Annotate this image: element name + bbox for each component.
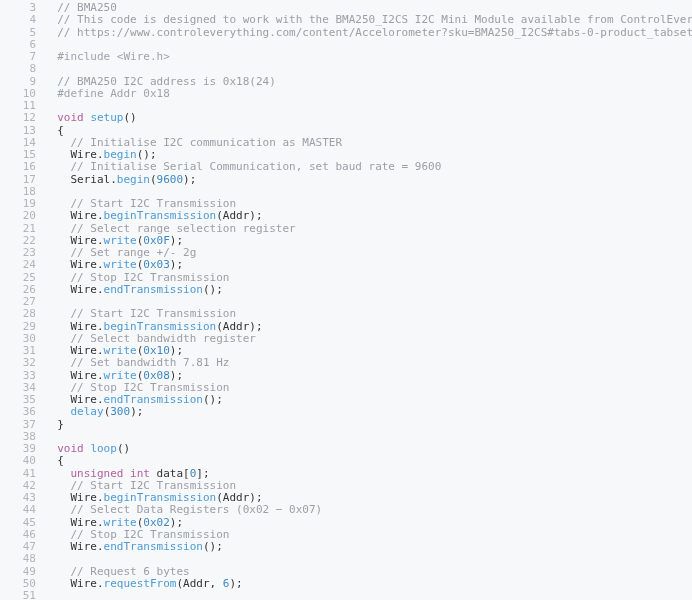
- token-pn: ();: [203, 393, 223, 406]
- token-num: 0x0F: [143, 234, 170, 247]
- token-pn: Wire.: [44, 540, 104, 553]
- line-number: 4: [0, 14, 36, 26]
- token-fn: beginTransmission: [104, 320, 217, 333]
- line-number: 16: [0, 161, 36, 173]
- token-cm: // Stop I2C Transmission: [44, 271, 229, 284]
- token-pn: [44, 442, 57, 455]
- token-fn: endTransmission: [104, 393, 203, 406]
- line-number: 29: [0, 321, 36, 333]
- token-pn: );: [170, 258, 183, 271]
- line-number: 41: [0, 468, 36, 480]
- token-fn: delay: [71, 405, 104, 418]
- token-fn: endTransmission: [104, 540, 203, 553]
- token-pn: ();: [203, 283, 223, 296]
- token-cm: // This code is designed to work with th…: [44, 13, 692, 26]
- token-cm: // Select bandwidth register: [44, 332, 256, 345]
- token-cm: // Initialise I2C communication as MASTE…: [44, 136, 342, 149]
- line-number-gutter: 3456789101112131415161718192021222324252…: [0, 2, 44, 600]
- token-cm: // BMA250: [44, 1, 117, 14]
- line-number: 48: [0, 553, 36, 565]
- line-number: 24: [0, 259, 36, 271]
- token-fn: write: [104, 369, 137, 382]
- token-pn: (Addr);: [216, 209, 262, 222]
- token-pn: );: [183, 173, 196, 186]
- token-fn: endTransmission: [104, 283, 203, 296]
- line-number: 51: [0, 590, 36, 600]
- token-cm: // https://www.controleverything.com/con…: [44, 26, 692, 39]
- token-cm: // Set range +/- 2g: [44, 246, 196, 259]
- token-cm: // BMA250 I2C address is 0x18(24): [44, 75, 276, 88]
- line-number: 44: [0, 504, 36, 516]
- token-pn: Wire.: [44, 344, 104, 357]
- token-pn: Wire.: [44, 516, 104, 529]
- code-line: void setup(): [44, 112, 692, 124]
- code-line: #include <Wire.h>: [44, 51, 692, 63]
- token-pn: Wire.: [44, 393, 104, 406]
- token-pn: data[: [150, 467, 190, 480]
- token-pn: [44, 467, 71, 480]
- line-number: 28: [0, 308, 36, 320]
- code-content[interactable]: // BMA250 // This code is designed to wo…: [44, 2, 692, 600]
- token-cm: // Start I2C Transmission: [44, 479, 236, 492]
- token-cm: // Stop I2C Transmission: [44, 381, 229, 394]
- token-kw: void: [57, 442, 84, 455]
- code-line: delay(300);: [44, 406, 692, 418]
- token-fn: setup: [90, 111, 123, 124]
- token-fn: beginTransmission: [104, 209, 217, 222]
- token-fn: write: [104, 258, 137, 271]
- token-pn: {: [44, 454, 64, 467]
- token-fn: begin: [104, 148, 137, 161]
- code-line: void loop(): [44, 443, 692, 455]
- token-pn: Wire.: [44, 283, 104, 296]
- token-pn: );: [130, 405, 143, 418]
- token-fn: write: [104, 516, 137, 529]
- token-pn: [44, 111, 57, 124]
- token-num: 0x10: [143, 344, 170, 357]
- token-pn: Wire.: [44, 577, 104, 590]
- token-fn: loop: [90, 442, 117, 455]
- code-line: #define Addr 0x18: [44, 88, 692, 100]
- token-pn: (Addr,: [176, 577, 222, 590]
- token-pn: Wire.: [44, 258, 104, 271]
- token-pn: ];: [196, 467, 209, 480]
- line-number: 8: [0, 63, 36, 75]
- line-number: 5: [0, 27, 36, 39]
- code-line: // https://www.controleverything.com/con…: [44, 27, 692, 39]
- code-line: [44, 590, 692, 600]
- token-pn: Wire.: [44, 148, 104, 161]
- token-pn: [44, 405, 71, 418]
- token-pn: }: [44, 418, 64, 431]
- token-pn: );: [170, 234, 183, 247]
- token-num: 0x08: [143, 369, 170, 382]
- line-number: 20: [0, 210, 36, 222]
- token-pn: (: [150, 173, 157, 186]
- token-num: 0x03: [143, 258, 170, 271]
- token-pn: (Addr);: [216, 491, 262, 504]
- token-num: 0x02: [143, 516, 170, 529]
- token-kw: unsigned int: [71, 467, 150, 480]
- line-number: 36: [0, 406, 36, 418]
- line-number: 9: [0, 76, 36, 88]
- line-number: 25: [0, 272, 36, 284]
- token-pn: ();: [203, 540, 223, 553]
- token-pp: #include <Wire.h>: [44, 50, 170, 63]
- line-number: 21: [0, 223, 36, 235]
- token-pn: {: [44, 124, 64, 137]
- token-cm: // Start I2C Transmission: [44, 307, 236, 320]
- code-line: Wire.requestFrom(Addr, 6);: [44, 578, 692, 590]
- line-number: 12: [0, 112, 36, 124]
- token-fn: write: [104, 234, 137, 247]
- code-line: Serial.begin(9600);: [44, 174, 692, 186]
- token-pn: Wire.: [44, 209, 104, 222]
- token-pn: );: [170, 344, 183, 357]
- token-cm: // Set bandwidth 7.81 Hz: [44, 356, 229, 369]
- token-cm: // Select Data Registers (0x02 − 0x07): [44, 503, 322, 516]
- token-cm: // Initialise Serial Communication, set …: [44, 160, 441, 173]
- token-pn: Wire.: [44, 320, 104, 333]
- token-cm: // Start I2C Transmission: [44, 197, 236, 210]
- code-line: [44, 431, 692, 443]
- code-line: }: [44, 419, 692, 431]
- line-number: 40: [0, 455, 36, 467]
- token-cm: // Request 6 bytes: [44, 565, 190, 578]
- token-pn: (): [117, 442, 130, 455]
